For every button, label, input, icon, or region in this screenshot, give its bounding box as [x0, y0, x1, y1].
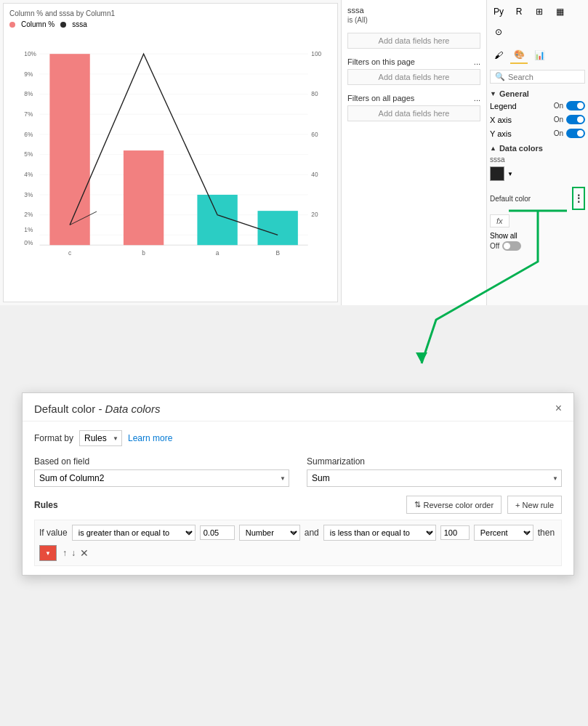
search-box[interactable]: 🔍	[490, 70, 585, 84]
svg-text:9%: 9%	[24, 70, 33, 78]
sssa-line	[70, 54, 278, 235]
yaxis-toggle-row: Y axis On	[490, 129, 585, 138]
add-data-fields-visual[interactable]: Add data fields here	[347, 33, 480, 49]
bar-c[interactable]	[49, 54, 89, 245]
if-value-text: If value	[39, 528, 68, 538]
format-by-select-wrapper: Rules	[79, 430, 122, 446]
svg-text:6%: 6%	[24, 131, 33, 138]
and-text: and	[305, 528, 319, 538]
svg-text:40: 40	[311, 171, 318, 178]
show-all-row: Show all Off	[490, 232, 585, 251]
show-all-toggle-track[interactable]	[502, 241, 521, 251]
rule-arrows: ↑ ↓ ✕	[61, 547, 90, 559]
rule-color-picker[interactable]: ▼	[39, 545, 57, 561]
bar-chart-icon[interactable]: ▦	[551, 3, 568, 20]
sssa-color-dropdown[interactable]: ▼	[507, 171, 513, 177]
yaxis-toggle-track[interactable]	[566, 129, 585, 138]
data-colors-collapse-icon[interactable]: ▲	[490, 145, 496, 152]
legend-toggle[interactable]: On	[554, 101, 585, 110]
add-data-fields-all[interactable]: Add data fields here	[347, 105, 480, 121]
xaxis-toggle-track[interactable]	[566, 115, 585, 124]
general-collapse-icon[interactable]: ▼	[490, 90, 496, 97]
filter-on-page-header: Filters on this page ...	[347, 57, 480, 66]
type1-select[interactable]: Number	[239, 525, 300, 541]
condition1-select[interactable]: is greater than or equal to	[72, 525, 196, 541]
learn-more-link[interactable]: Learn more	[128, 433, 172, 443]
right-panel-icon-row: Py R ⊞ ▦ ⊙	[490, 3, 585, 41]
format-icon[interactable]: 🖌	[490, 47, 507, 64]
sssa-color-swatch[interactable]	[490, 166, 504, 181]
svg-text:3%: 3%	[24, 191, 33, 198]
legend-label-sssa: sssa	[72, 20, 87, 28]
type2-wrapper: Percent	[474, 525, 533, 541]
based-on-field-group: Based on field Sum of Column2	[34, 456, 289, 487]
legend-dot-sssa	[60, 22, 66, 28]
svg-text:60: 60	[311, 131, 318, 138]
based-on-field-select[interactable]: Sum of Column2	[34, 469, 289, 487]
rule-up-button[interactable]: ↑	[61, 548, 68, 558]
legend-toggle-label: On	[554, 102, 563, 110]
legend-label: Legend	[490, 102, 517, 110]
rule-row: If value is greater than or equal to Num…	[34, 520, 562, 566]
globe-icon[interactable]: ⊙	[490, 23, 507, 41]
new-rule-button[interactable]: + New rule	[507, 496, 562, 514]
svg-text:80: 80	[311, 90, 318, 97]
rule-down-button[interactable]: ↓	[70, 548, 77, 558]
fx-button[interactable]: fx	[490, 214, 510, 227]
right-panel: Py R ⊞ ▦ ⊙ 🖌 🎨 📊 🔍 ▼ General Legend On	[486, 0, 588, 305]
rules-actions: ⇅ Reverse color order + New rule	[406, 496, 562, 514]
search-input[interactable]	[508, 73, 580, 81]
type2-select[interactable]: Percent	[474, 525, 533, 541]
reverse-color-order-button[interactable]: ⇅ Reverse color order	[406, 496, 502, 514]
table-icon[interactable]: ⊞	[531, 3, 548, 20]
show-all-toggle-thumb	[504, 243, 510, 249]
paint-icon[interactable]: 🎨	[510, 47, 528, 64]
general-section-label: ▼ General	[490, 89, 585, 98]
color-drop-arrow-icon: ▼	[45, 550, 51, 557]
r-icon[interactable]: R	[510, 3, 528, 20]
sssa-color-row: ▼	[490, 166, 585, 181]
condition2-wrapper: is less than or equal to	[323, 525, 436, 541]
format-by-select[interactable]: Rules	[79, 430, 122, 446]
filter-on-all-pages-label: Filters on all pages	[347, 94, 414, 102]
three-dots-menu[interactable]: ⋮	[572, 187, 585, 210]
svg-text:B: B	[275, 249, 280, 257]
yaxis-toggle[interactable]: On	[554, 129, 585, 138]
rules-label: Rules	[34, 500, 58, 510]
svg-marker-32	[416, 352, 427, 363]
svg-text:20: 20	[311, 211, 318, 218]
svg-text:1%: 1%	[24, 226, 33, 233]
svg-text:7%: 7%	[24, 110, 33, 118]
xaxis-toggle[interactable]: On	[554, 115, 585, 124]
show-all-state: Off	[490, 242, 499, 250]
filter-sssa-label: sssa	[347, 6, 480, 15]
bar-B[interactable]	[257, 211, 297, 245]
show-all-toggle[interactable]: Off	[490, 241, 585, 251]
filters-panel: sssa is (All) Add data fields here Filte…	[341, 0, 486, 305]
add-data-fields-page[interactable]: Add data fields here	[347, 69, 480, 85]
value2-input[interactable]	[440, 525, 470, 540]
rules-header: Rules ⇅ Reverse color order + New rule	[34, 496, 562, 514]
chart-svg: 10% 9% 8% 7% 6% 5% 4% 3% 2% 1% 0% 100 80…	[9, 31, 331, 271]
legend-toggle-track[interactable]	[566, 101, 585, 110]
fx-btn-wrapper: fx	[490, 214, 585, 227]
svg-text:0%: 0%	[24, 239, 33, 246]
reverse-icon: ⇅	[414, 500, 421, 509]
summarization-select[interactable]: Sum	[307, 469, 562, 487]
dialog-subtitle: Data colors	[105, 403, 161, 415]
svg-text:8%: 8%	[24, 90, 33, 97]
chart-title: Column % and sssa by Column1	[9, 9, 331, 17]
xaxis-toggle-row: X axis On	[490, 115, 585, 124]
condition2-select[interactable]: is less than or equal to	[323, 525, 436, 541]
summarization-label: Summarization	[307, 456, 562, 467]
svg-text:2%: 2%	[24, 211, 33, 218]
value1-input[interactable]	[200, 525, 235, 540]
analytics-icon[interactable]: 📊	[531, 47, 548, 64]
filter-on-all-pages-header: Filters on all pages ...	[347, 94, 480, 102]
dialog-close-button[interactable]: ×	[555, 402, 562, 415]
py-icon[interactable]: Py	[490, 3, 507, 20]
rule-delete-button[interactable]: ✕	[78, 547, 90, 559]
legend-toggle-thumb	[577, 102, 584, 109]
format-by-row: Format by Rules Learn more	[34, 430, 562, 446]
bar-b[interactable]	[124, 150, 164, 245]
